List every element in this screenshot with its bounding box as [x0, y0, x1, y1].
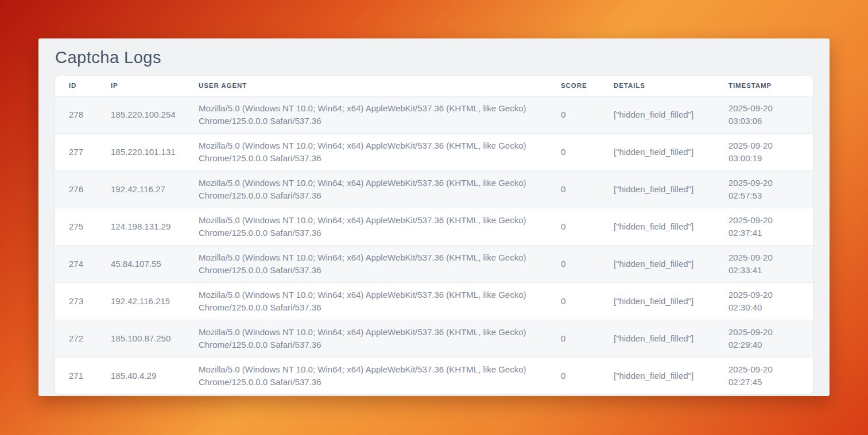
logs-table: ID IP USER AGENT SCORE DETAILS TIMESTAMP…	[55, 76, 813, 395]
table-header-row: ID IP USER AGENT SCORE DETAILS TIMESTAMP	[55, 76, 813, 96]
cell-ip: 185.220.101.131	[97, 133, 185, 170]
table-row: 277185.220.101.131Mozilla/5.0 (Windows N…	[55, 133, 813, 170]
cell-details: ["hidden_field_filled"]	[600, 133, 715, 170]
cell-details: ["hidden_field_filled"]	[600, 170, 715, 208]
cell-score: 0	[547, 320, 600, 357]
cell-user_agent: Mozilla/5.0 (Windows NT 10.0; Win64; x64…	[185, 170, 547, 208]
cell-details: ["hidden_field_filled"]	[600, 282, 715, 320]
cell-id: 272	[55, 320, 97, 357]
cell-user_agent: Mozilla/5.0 (Windows NT 10.0; Win64; x64…	[185, 208, 547, 245]
cell-user_agent: Mozilla/5.0 (Windows NT 10.0; Win64; x64…	[185, 357, 547, 394]
cell-id: 274	[55, 245, 97, 282]
table-row: 275124.198.131.29Mozilla/5.0 (Windows NT…	[55, 208, 813, 245]
cell-timestamp: 2025-09-20 02:33:41	[715, 245, 813, 282]
cell-ip: 192.42.116.27	[97, 170, 185, 208]
cell-user_agent: Mozilla/5.0 (Windows NT 10.0; Win64; x64…	[185, 245, 547, 282]
cell-id: 278	[55, 96, 97, 133]
table-row: 272185.100.87.250Mozilla/5.0 (Windows NT…	[55, 320, 813, 357]
cell-timestamp: 2025-09-20 03:00:19	[715, 133, 813, 170]
cell-ip: 185.220.100.254	[97, 96, 185, 133]
page-title: Captcha Logs	[55, 45, 813, 69]
cell-timestamp: 2025-09-20 02:29:40	[715, 320, 813, 357]
column-header-details: DETAILS	[600, 76, 715, 96]
cell-timestamp: 2025-09-20 02:27:45	[715, 357, 813, 394]
cell-score: 0	[547, 133, 600, 170]
table-row: 278185.220.100.254Mozilla/5.0 (Windows N…	[55, 96, 813, 133]
cell-timestamp: 2025-09-20 02:57:53	[715, 170, 813, 208]
cell-id: 276	[55, 170, 97, 208]
cell-user_agent: Mozilla/5.0 (Windows NT 10.0; Win64; x64…	[185, 320, 547, 357]
cell-details: ["hidden_field_filled"]	[600, 96, 715, 133]
table-row: 271185.40.4.29Mozilla/5.0 (Windows NT 10…	[55, 357, 813, 394]
cell-ip: 124.198.131.29	[97, 208, 185, 245]
cell-timestamp: 2025-09-20 03:03:06	[715, 96, 813, 133]
column-header-user-agent: USER AGENT	[185, 76, 547, 96]
cell-details: ["hidden_field_filled"]	[600, 208, 715, 245]
cell-details: ["hidden_field_filled"]	[600, 320, 715, 357]
cell-user_agent: Mozilla/5.0 (Windows NT 10.0; Win64; x64…	[185, 133, 547, 170]
cell-timestamp: 2025-09-20 02:30:40	[715, 282, 813, 320]
cell-id: 275	[55, 208, 97, 245]
cell-ip: 185.40.4.29	[97, 357, 185, 394]
table-row: 27445.84.107.55Mozilla/5.0 (Windows NT 1…	[55, 245, 813, 282]
cell-ip: 45.84.107.55	[97, 245, 185, 282]
table-row: 276192.42.116.27Mozilla/5.0 (Windows NT …	[55, 170, 813, 208]
cell-id: 273	[55, 282, 97, 320]
column-header-ip: IP	[97, 76, 185, 96]
cell-timestamp: 2025-09-20 02:37:41	[715, 208, 813, 245]
captcha-logs-card: Captcha Logs ID IP USER AGENT SCORE DETA…	[38, 38, 830, 396]
column-header-timestamp: TIMESTAMP	[715, 76, 813, 96]
cell-score: 0	[547, 208, 600, 245]
column-header-score: SCORE	[547, 76, 600, 96]
cell-score: 0	[547, 245, 600, 282]
cell-score: 0	[547, 282, 600, 320]
cell-score: 0	[547, 96, 600, 133]
cell-details: ["hidden_field_filled"]	[600, 357, 715, 394]
cell-score: 0	[547, 170, 600, 208]
cell-id: 271	[55, 357, 97, 394]
column-header-id: ID	[55, 76, 97, 96]
cell-id: 277	[55, 133, 97, 170]
logs-table-container: ID IP USER AGENT SCORE DETAILS TIMESTAMP…	[55, 76, 813, 395]
cell-ip: 192.42.116.215	[97, 282, 185, 320]
table-row: 273192.42.116.215Mozilla/5.0 (Windows NT…	[55, 282, 813, 320]
cell-score: 0	[547, 357, 600, 394]
cell-user_agent: Mozilla/5.0 (Windows NT 10.0; Win64; x64…	[185, 282, 547, 320]
cell-ip: 185.100.87.250	[97, 320, 185, 357]
cell-details: ["hidden_field_filled"]	[600, 245, 715, 282]
cell-user_agent: Mozilla/5.0 (Windows NT 10.0; Win64; x64…	[185, 96, 547, 133]
